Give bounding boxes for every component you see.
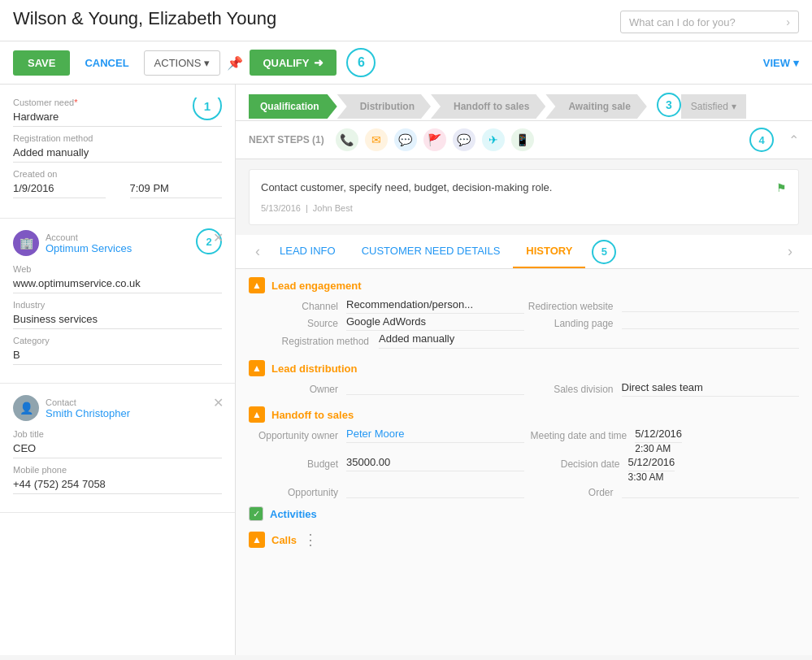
search-arrow-icon: › (786, 15, 790, 28)
whatsapp-icon[interactable]: 📱 (511, 128, 534, 151)
lead-distribution-header[interactable]: ▲ Lead distribution (249, 352, 799, 381)
web-label: Web (13, 264, 222, 274)
handoff-label: Handoff to sales (271, 409, 354, 421)
sales-division-label: Sales division (524, 381, 622, 397)
stage-satisfied-dropdown-icon: ▾ (732, 101, 736, 112)
stage-bar: Qualification Distribution Handoff to sa… (236, 85, 812, 121)
opportunity-label: Opportunity (249, 484, 346, 498)
tab-customer-need[interactable]: CUSTOMER NEED DETAILS (349, 235, 514, 268)
activities-checkbox[interactable]: ✓ (249, 506, 263, 521)
redirection-value (622, 298, 800, 312)
save-button[interactable]: SAVE (13, 50, 70, 76)
created-on-label: Created on (13, 169, 222, 179)
tab-nav-left[interactable]: ‹ (249, 237, 267, 267)
channel-label: Channel (249, 298, 346, 314)
account-icon: 🏢 (13, 230, 39, 256)
qualify-button[interactable]: QUALIFY ➜ (250, 50, 337, 76)
telegram-icon[interactable]: ✈ (482, 128, 505, 151)
cancel-button[interactable]: CANCEL (76, 50, 137, 76)
activities-label[interactable]: Activities (270, 508, 317, 520)
search-input[interactable]: What can I do for you? (629, 16, 786, 28)
opp-owner-value[interactable]: Peter Moore (346, 428, 524, 443)
decision-time: 3:30 AM (628, 471, 675, 483)
reg-method-label: Registration method (249, 332, 379, 349)
source-row: Source Google AdWords Landing page (249, 315, 799, 331)
tab-lead-info[interactable]: LEAD INFO (267, 235, 349, 268)
note-flag-icon: ⚑ (776, 181, 787, 194)
order-label: Order (524, 484, 622, 498)
calls-more-icon[interactable]: ⋮ (303, 531, 318, 549)
created-time: 7:09 PM (130, 180, 223, 198)
chat-icon[interactable]: 💬 (394, 128, 417, 151)
source-value: Google AdWords (346, 315, 524, 331)
stage-handoff[interactable]: Handoff to sales (431, 94, 545, 119)
messenger-icon[interactable]: 💬 (453, 128, 475, 151)
meeting-time: 2:30 AM (635, 443, 682, 454)
budget-row: Budget 35000.00 Decision date 5/12/2016 … (249, 456, 799, 483)
budget-value: 35000.00 (346, 456, 524, 471)
contact-section: ✕ 👤 Contact Smith Christopher Job title … (0, 384, 235, 513)
collapse-icon[interactable]: ⌃ (788, 132, 799, 148)
decision-date-label: Decision date (531, 456, 628, 483)
account-section: ✕ 🏢 Account Optimum Services 2 Web www.o… (0, 219, 235, 384)
stage-distribution[interactable]: Distribution (337, 94, 431, 119)
main-layout: 1 Customer need* Hardware Registration m… (0, 85, 812, 655)
channel-row: Channel Recommendation/person... Redirec… (249, 298, 799, 314)
comm-icons: 📞 ✉ 💬 🚩 💬 ✈ 📱 (336, 128, 534, 151)
customer-need-value: Hardware (13, 109, 222, 127)
contact-name[interactable]: Smith Christopher (46, 407, 130, 419)
contact-close-icon[interactable]: ✕ (213, 395, 224, 410)
opportunity-row: Opportunity Order (249, 484, 799, 498)
activities-row: ✓ Activities (249, 500, 799, 528)
actions-label: ACTIONS (154, 57, 202, 69)
web-value: www.optimumservice.co.uk (13, 276, 222, 293)
actions-button[interactable]: ACTIONS ▾ (144, 50, 221, 76)
lead-info-section: 1 Customer need* Hardware Registration m… (0, 85, 235, 219)
lead-engagement-toggle: ▲ (249, 277, 265, 293)
tabs-bar: ‹ LEAD INFO CUSTOMER NEED DETAILS HISTOR… (236, 235, 812, 269)
stage-qualification[interactable]: Qualification (249, 94, 337, 119)
tab-history[interactable]: HISTORY (513, 235, 585, 268)
history-content: ▲ Lead engagement Channel Recommendation… (236, 269, 812, 655)
sales-division-value: Direct sales team (622, 381, 800, 397)
view-button[interactable]: VIEW ▾ (763, 57, 799, 69)
lead-engagement-header[interactable]: ▲ Lead engagement (249, 269, 799, 298)
customer-need-label: Customer need* (13, 98, 222, 107)
handoff-header[interactable]: ▲ Handoff to sales (249, 398, 799, 428)
page-header: Wilson & Young, Elizabeth Young What can… (0, 0, 812, 41)
owner-value (346, 381, 524, 395)
account-close-icon[interactable]: ✕ (213, 230, 224, 245)
tab-nav-right[interactable]: › (781, 237, 799, 267)
contact-avatar: 👤 (13, 395, 39, 421)
next-steps-label: NEXT STEPS (1) (249, 134, 324, 145)
reg-method-row: Registration method Added manually (249, 332, 799, 349)
qualify-arrow-icon: ➜ (314, 56, 323, 69)
next-steps-bar: NEXT STEPS (1) 📞 ✉ 💬 🚩 💬 ✈ 📱 4 ⌃ (236, 121, 812, 159)
category-label: Category (13, 336, 222, 345)
owner-row: Owner Sales division Direct sales team (249, 381, 799, 397)
left-panel: 1 Customer need* Hardware Registration m… (0, 85, 236, 655)
next-steps-badge: 4 (749, 128, 774, 152)
lead-distribution-label: Lead distribution (271, 363, 357, 375)
registration-method-value: Added manually (13, 145, 222, 163)
page-title: Wilson & Young, Elizabeth Young (13, 8, 276, 29)
job-title-label: Job title (13, 429, 222, 439)
note-author: John Best (313, 203, 353, 213)
mobile-phone-label: Mobile phone (13, 465, 222, 475)
contact-label: Contact (46, 397, 130, 407)
registration-method-label: Registration method (13, 133, 222, 143)
calls-toggle[interactable]: ▲ (249, 532, 265, 548)
account-name[interactable]: Optimum Services (46, 242, 132, 254)
lead-engagement-label: Lead engagement (271, 280, 362, 292)
stage-awaiting[interactable]: Awaiting sale (545, 94, 646, 119)
created-date: 1/9/2016 (13, 180, 106, 198)
email-icon[interactable]: ✉ (365, 128, 388, 151)
toolbar-badge: 6 (346, 48, 376, 77)
flag-icon[interactable]: 🚩 (423, 128, 446, 151)
phone-icon[interactable]: 📞 (336, 128, 358, 151)
pin-icon[interactable]: 📌 (227, 55, 243, 71)
budget-label: Budget (249, 456, 346, 471)
calls-label[interactable]: Calls (271, 534, 297, 546)
lead-distribution-toggle: ▲ (249, 360, 265, 376)
stage-satisfied[interactable]: Satisfied ▾ (681, 94, 746, 119)
